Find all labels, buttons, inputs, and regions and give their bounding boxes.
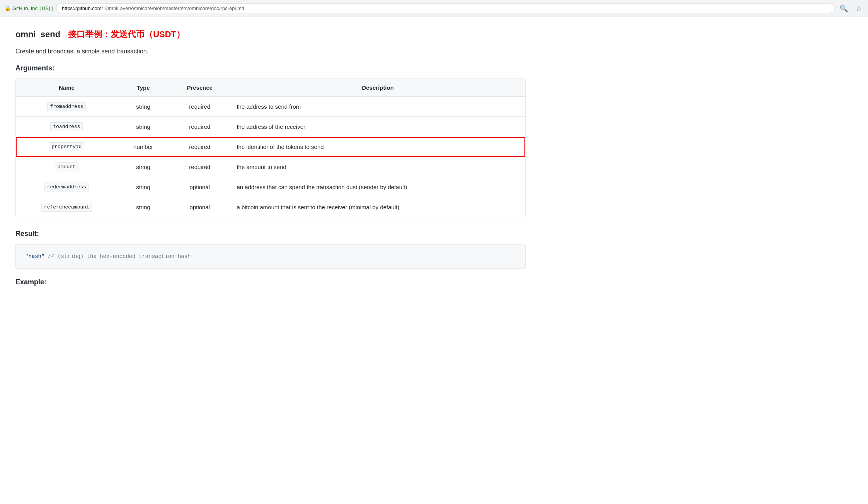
- cell-type: string: [117, 177, 169, 197]
- cell-type: string: [117, 97, 169, 117]
- cell-presence: required: [169, 137, 230, 157]
- table-row: toaddressstringrequiredthe address of th…: [16, 117, 525, 137]
- code-name: referenceamount: [41, 203, 92, 212]
- api-subtitle: 接口举例：发送代币（USDT）: [68, 29, 185, 40]
- arguments-label: Arguments:: [15, 64, 526, 72]
- table-row: amountstringrequiredthe amount to send: [16, 157, 525, 177]
- url-path: OmniLayer/omnicore/blob/master/src/omnic…: [105, 5, 244, 11]
- code-name: toaddress: [50, 122, 83, 131]
- hash-string: "hash": [25, 253, 44, 260]
- cell-presence: required: [169, 157, 230, 177]
- cell-description: a bitcoin amount that is sent to the rec…: [230, 197, 525, 217]
- security-label: GitHub, Inc. [US]: [12, 5, 50, 11]
- description: Create and broadcast a simple send trans…: [15, 48, 526, 55]
- table-body: fromaddressstringrequiredthe address to …: [16, 97, 525, 217]
- cell-name: toaddress: [16, 117, 117, 137]
- cell-presence: required: [169, 117, 230, 137]
- cell-type: string: [117, 157, 169, 177]
- col-type: Type: [117, 79, 169, 97]
- browser-actions: 🔍 ☆: [838, 3, 863, 14]
- example-section: Example:: [15, 278, 526, 286]
- cell-description: an address that can spend the transactio…: [230, 177, 525, 197]
- table-row: propertyidnumberrequiredthe identifier o…: [16, 137, 525, 157]
- table-row: referenceamountstringoptionala bitcoin a…: [16, 197, 525, 217]
- api-name: omni_send: [15, 29, 60, 39]
- col-presence: Presence: [169, 79, 230, 97]
- code-name: fromaddress: [47, 102, 86, 111]
- security-badge: 🔒 GitHub, Inc. [US] |: [5, 5, 53, 11]
- cell-presence: required: [169, 97, 230, 117]
- bookmark-button[interactable]: ☆: [854, 3, 863, 14]
- url-separator: |: [52, 5, 53, 11]
- table-header: Name Type Presence Description: [16, 79, 525, 97]
- cell-name: propertyid: [16, 137, 117, 157]
- cell-description: the address of the receiver: [230, 117, 525, 137]
- cell-type: string: [117, 197, 169, 217]
- page-content: omni_send 接口举例：发送代币（USDT） Create and bro…: [0, 17, 541, 304]
- code-name: redeemaddress: [44, 183, 89, 191]
- result-code-block: "hash" // (string) the hex-encoded trans…: [15, 244, 526, 269]
- cell-type: string: [117, 117, 169, 137]
- arguments-table-wrapper: Name Type Presence Description fromaddre…: [15, 79, 526, 217]
- cell-name: referenceamount: [16, 197, 117, 217]
- cell-description: the amount to send: [230, 157, 525, 177]
- result-label: Result:: [15, 230, 526, 238]
- col-name: Name: [16, 79, 117, 97]
- arguments-table: Name Type Presence Description fromaddre…: [16, 79, 525, 217]
- title-row: omni_send 接口举例：发送代币（USDT）: [15, 29, 526, 40]
- browser-chrome: 🔒 GitHub, Inc. [US] | https://github.com…: [0, 0, 868, 17]
- cell-description: the address to send from: [230, 97, 525, 117]
- cell-presence: optional: [169, 197, 230, 217]
- table-row: fromaddressstringrequiredthe address to …: [16, 97, 525, 117]
- col-description: Description: [230, 79, 525, 97]
- cell-name: fromaddress: [16, 97, 117, 117]
- url-bar[interactable]: https://github.com/OmniLayer/omnicore/bl…: [56, 3, 835, 13]
- search-button[interactable]: 🔍: [838, 3, 849, 14]
- table-header-row: Name Type Presence Description: [16, 79, 525, 97]
- hash-comment: // (string) the hex-encoded transaction …: [44, 253, 191, 260]
- result-section: Result: "hash" // (string) the hex-encod…: [15, 230, 526, 269]
- cell-description: the identifier of the tokens to send: [230, 137, 525, 157]
- url-domain: https://github.com/: [62, 5, 103, 11]
- example-label: Example:: [15, 278, 526, 286]
- cell-type: number: [117, 137, 169, 157]
- cell-name: amount: [16, 157, 117, 177]
- cell-presence: optional: [169, 177, 230, 197]
- code-name: propertyid: [49, 142, 84, 151]
- cell-name: redeemaddress: [16, 177, 117, 197]
- table-row: redeemaddressstringoptionalan address th…: [16, 177, 525, 197]
- lock-icon: 🔒: [5, 5, 11, 11]
- code-name: amount: [55, 162, 78, 171]
